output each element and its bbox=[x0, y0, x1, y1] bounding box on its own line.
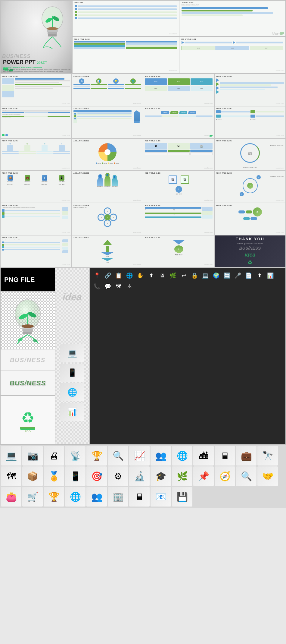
png-3d-laptop: 💻 bbox=[60, 344, 84, 362]
thankyou-idea: idea bbox=[244, 252, 255, 258]
slide-r3-4[interactable]: ADD A TITLE SLIDE ADDTEXT ASADAL INTERNE… bbox=[215, 139, 285, 170]
watermark-3: asadal.com bbox=[169, 69, 177, 71]
slide-r2-2[interactable]: ADD A TITLE SLIDE bbox=[72, 106, 143, 138]
3d-icon-printer: 🖨 bbox=[44, 446, 64, 466]
svg-rect-10 bbox=[23, 329, 33, 332]
watermark-r4-1: asadal.com bbox=[62, 199, 70, 201]
cover-description: Acada has been running one of the bigges… bbox=[3, 69, 70, 72]
3d-icon-chart2: 📈 bbox=[129, 446, 150, 466]
3d-icon-office: 🏢 bbox=[108, 487, 128, 507]
watermark-r1-2: asadal.com bbox=[133, 103, 141, 104]
watermark-r1-3: asadal.com bbox=[204, 103, 213, 104]
slide-r3-1[interactable]: ADD A TITLE SLIDE 01 02 03 bbox=[1, 139, 71, 170]
3d-icon-award: 🎓 bbox=[151, 466, 171, 486]
recycle-container: ♻ bbox=[17, 407, 38, 428]
slide-contents[interactable]: Contents bbox=[73, 1, 179, 36]
slide-r2-1[interactable]: ADD A TITLE SLIDE text text text Lorem i… bbox=[1, 106, 71, 138]
icon-hand: ✋ bbox=[135, 271, 145, 280]
slide-r4-2[interactable]: ADD A TITLE SLIDE 👤 ADD TEXT 👤 ADD TEXT bbox=[72, 171, 143, 203]
icon-pin: 📍 bbox=[92, 271, 102, 280]
bottom-icons-section: 💻 📷 🖨 📡 🏆 🔍 📈 👥 🌐 🏙 🖥 💼 🔭 🗺 📦 🏅 📱 🎯 ⚙ 🔬 … bbox=[0, 445, 286, 508]
slide-r6-1[interactable]: ADD A TITLE SLIDE Lorem ipsum dolor sit … bbox=[1, 235, 71, 267]
png-lightbulb bbox=[11, 296, 44, 344]
cover-set-count: 29SET bbox=[37, 61, 47, 65]
lightbulb-svg bbox=[37, 2, 67, 50]
slide-r5-1[interactable]: ADD A TITLE SLIDE Lorem ipsum dolor sit … bbox=[1, 203, 71, 235]
slide-add-title-1[interactable]: ADD A TITLE SLIDE bbox=[73, 37, 179, 73]
slide-r2-3[interactable]: ADD A TITLE SLIDE STEP 01 STEP 02 STEP 0… bbox=[143, 106, 214, 138]
svg-point-7 bbox=[47, 27, 58, 30]
slide-add-title-2[interactable]: ADD A TITLE SLIDE TEXT TEXT TEXT bbox=[179, 37, 286, 73]
3d-icon-monitor2: 🖥 bbox=[129, 487, 150, 507]
3d-icon-medal: 🏅 bbox=[44, 466, 64, 486]
slide-r4-3[interactable]: ADD A TITLE SLIDE 🖼 → 🖼 + ADD TEXT asada… bbox=[143, 171, 214, 203]
icon-undo: ↩ bbox=[179, 271, 188, 280]
3d-icon-globe2: 🌐 bbox=[172, 446, 192, 466]
cover-title: POWER PPT bbox=[3, 59, 36, 65]
png-3d-phone: 📱 bbox=[60, 364, 84, 382]
slide-r1-1[interactable]: ADD A TITLE SLIDE asadal.com bbox=[1, 74, 71, 106]
icon-lock: 🔒 bbox=[190, 271, 199, 280]
png-middle-col: idea 💻 📱 🌐 📊 bbox=[55, 268, 89, 444]
3d-icon-magnify: 🔍 bbox=[236, 466, 256, 486]
png-recycle-box: ♻ ECO bbox=[1, 396, 55, 444]
watermark-r2-4: asadal.com bbox=[276, 135, 284, 137]
png-business-2: BUS/NESS bbox=[1, 371, 55, 395]
3d-icon-target: 🎯 bbox=[86, 466, 107, 486]
slide-r6-3[interactable]: ADD A TITLE SLIDE + ADD TEXT asadal.com bbox=[143, 235, 214, 267]
slide-r4-1[interactable]: ADD A TITLE SLIDE 📦 ADD TEXT 💼 ADD TEXT … bbox=[1, 171, 71, 203]
slide-r1-2[interactable]: ADD A TITLE SLIDE ⚙ 📊 💡 bbox=[72, 74, 143, 106]
png-section: PNG FILE bbox=[0, 268, 286, 445]
watermark-r6-3: asadal.com bbox=[204, 264, 213, 266]
slide-r3-2[interactable]: ADD A TITLE SLIDE Item 1 Item 2 Item 3 I… bbox=[72, 139, 143, 170]
3d-icon-box: 📦 bbox=[22, 466, 43, 486]
3d-icon-satellite: 📡 bbox=[65, 446, 85, 466]
add-title-2: ADD A TITLE SLIDE bbox=[181, 38, 284, 40]
3d-icon-network: 🌐 bbox=[65, 487, 85, 507]
slide-row-5: ADD A TITLE SLIDE Lorem ipsum dolor sit … bbox=[1, 203, 285, 235]
watermark-1: asadal.com bbox=[169, 33, 177, 35]
icon-chat: 💬 bbox=[103, 282, 113, 291]
3d-icon-laptop: 💻 bbox=[1, 446, 21, 466]
png-file-badge: PNG FILE bbox=[1, 268, 55, 291]
icon-bar-chart: 📊 bbox=[266, 271, 275, 280]
icon-grid: 📋 bbox=[114, 271, 123, 280]
watermark-r5-2: asadal.com bbox=[133, 232, 141, 233]
icon-phone: 📞 bbox=[92, 282, 102, 291]
business-watermark: BUS/NESS bbox=[2, 53, 31, 59]
svg-rect-11 bbox=[23, 332, 32, 334]
slide-r4-4[interactable]: ADD A TITLE SLIDE ✓ N N ASADAL INTERNET … bbox=[215, 171, 285, 203]
3d-icon-mobile: 📱 bbox=[65, 466, 85, 486]
svg-point-15 bbox=[22, 324, 34, 328]
contents-title: Contents bbox=[74, 2, 177, 4]
slide-r5-4[interactable]: ADD A TITLE SLIDE → → ⚙ → → asadal.com bbox=[215, 203, 285, 235]
3d-icon-briefcase: 💼 bbox=[236, 446, 256, 466]
icon-up2: ⬆ bbox=[255, 271, 264, 280]
watermark-r2-3: asadal.com bbox=[204, 135, 213, 137]
icon-globe1: 🌐 bbox=[125, 271, 134, 280]
page-wrapper: BUS/NESS POWER PPT 29SET Insert my subti… bbox=[0, 0, 286, 508]
slide-insert-title[interactable]: I. INSERT TITLE DOMAIN BUSINESS MIGRATIO… bbox=[179, 1, 286, 36]
slide-r2-4[interactable]: ADD A TITLE SLIDE ADD TEXT ADD TEXT bbox=[215, 106, 285, 138]
watermark-r5-1: asadal.com bbox=[62, 232, 70, 233]
cover-subtitle: Insert my subtitle or main author's name… bbox=[3, 67, 42, 68]
watermark-r5-4: asadal.com bbox=[276, 232, 284, 233]
png-business-1: BUS/NESS bbox=[1, 349, 55, 371]
recycle-label: ECO bbox=[25, 430, 31, 433]
slide-thankyou[interactable]: THANK YOU Lorem ipsum dolor sit amet BUS… bbox=[215, 235, 285, 267]
3d-icon-desktop: 🖥 bbox=[215, 446, 235, 466]
idea-text-main: idea bbox=[62, 292, 82, 303]
3d-icon-best: 🏆 bbox=[44, 487, 64, 507]
slide-r1-4[interactable]: ADD A TITLE SLIDE asadal.com bbox=[215, 74, 285, 106]
watermark-r3-4: asadal.com bbox=[276, 167, 284, 169]
slide-row-3: ADD A TITLE SLIDE 01 02 03 bbox=[1, 139, 285, 170]
3d-icon-camera: 📷 bbox=[22, 446, 43, 466]
3d-icon-database: 💾 bbox=[172, 487, 192, 507]
slide-r5-2[interactable]: ADD A TITLE SLIDE N N N N C ASADAL INTER… bbox=[72, 203, 143, 235]
slide-r6-2[interactable]: ADD A TITLE SLIDE TEXT TEXT asadal.com bbox=[72, 235, 143, 267]
slide-r5-3[interactable]: ADD A TITLE SLIDE text text text text te… bbox=[143, 203, 214, 235]
icon-refresh: 🔄 bbox=[222, 271, 232, 280]
slide-r1-3[interactable]: ADD A TITLE SLIDE TEXT TEXT TEXT content… bbox=[143, 74, 214, 106]
cover-slide[interactable]: BUS/NESS POWER PPT 29SET Insert my subti… bbox=[1, 1, 72, 73]
slide-r3-3[interactable]: ADD A TITLE SLIDE 🏗 🏛 🏢 asadal.com bbox=[143, 139, 214, 170]
